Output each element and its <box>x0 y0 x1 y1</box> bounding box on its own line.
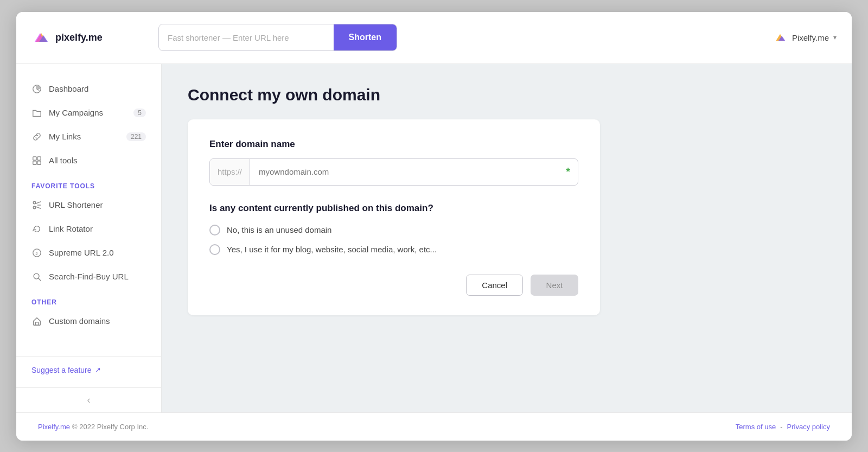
radio-option-used[interactable]: Yes, I use it for my blog, website, soci… <box>209 244 578 255</box>
privacy-link[interactable]: Privacy policy <box>787 423 830 431</box>
topbar: pixelfy.me Fast shortener — Enter URL he… <box>16 12 852 64</box>
radio-unused-circle[interactable] <box>209 225 220 235</box>
sidebar-item-link-rotator-label: Link Rotator <box>49 224 93 233</box>
svg-rect-2 <box>33 161 36 164</box>
footer-right: Terms of use - Privacy policy <box>736 423 830 431</box>
link-icon <box>31 131 42 142</box>
radio-option-unused[interactable]: No, this is an unused domain <box>209 225 578 235</box>
folder-icon <box>31 107 42 118</box>
favorite-tools-section-label: FAVORITE TOOLS <box>16 173 161 193</box>
sidebar-item-supreme-url-label: Supreme URL 2.0 <box>49 248 114 257</box>
sidebar-item-link-rotator[interactable]: Link Rotator <box>16 217 161 241</box>
svg-line-7 <box>35 206 41 208</box>
sidebar-item-campaigns[interactable]: My Campaigns 5 <box>16 101 161 125</box>
url-bar[interactable]: Fast shortener — Enter URL here Shorten <box>158 24 397 51</box>
topbar-logo-icon <box>773 30 788 45</box>
radio-used-label: Yes, I use it for my blog, website, soci… <box>227 245 437 254</box>
footer-left: Pixelfy.me © 2022 Pixelfy Corp Inc. <box>38 423 148 431</box>
grid-icon <box>31 155 42 166</box>
sidebar-item-links-label: My Links <box>49 132 81 141</box>
svg-rect-1 <box>37 156 41 160</box>
logo-area: pixelfy.me <box>31 28 145 47</box>
sidebar-item-supreme-url[interactable]: 2 Supreme URL 2.0 <box>16 241 161 265</box>
svg-rect-0 <box>33 156 36 160</box>
sidebar-item-campaigns-label: My Campaigns <box>49 108 103 117</box>
next-button[interactable]: Next <box>531 275 578 296</box>
shorten-button[interactable]: Shorten <box>334 24 397 51</box>
footer: Pixelfy.me © 2022 Pixelfy Corp Inc. Term… <box>16 412 852 441</box>
external-link-icon: ↗ <box>95 366 101 374</box>
sidebar-item-dashboard-label: Dashboard <box>49 84 88 93</box>
sidebar-bottom: Suggest a feature ↗ <box>16 356 161 387</box>
radio-used-circle[interactable] <box>209 244 220 255</box>
sidebar-item-custom-domains-label: Custom domains <box>49 316 110 326</box>
radio-group: No, this is an unused domain Yes, I use … <box>209 225 578 255</box>
svg-point-4 <box>33 201 36 204</box>
logo-text: pixelfy.me <box>55 32 103 43</box>
domain-prefix-label: https:// <box>210 159 250 185</box>
svg-rect-3 <box>37 161 41 164</box>
sidebar-item-links[interactable]: My Links 221 <box>16 125 161 149</box>
svg-line-6 <box>35 201 41 203</box>
sidebar-item-alltools-label: All tools <box>49 156 78 165</box>
footer-brand-link[interactable]: Pixelfy.me <box>38 423 70 431</box>
search-icon <box>31 271 42 282</box>
domain-input[interactable] <box>250 167 558 176</box>
domain-input-wrapper[interactable]: https:// * <box>209 158 578 186</box>
terms-link[interactable]: Terms of use <box>736 423 776 431</box>
main-layout: Dashboard My Campaigns 5 My Links 221 <box>16 64 852 412</box>
topbar-user-menu[interactable]: Pixelfy.me ▾ <box>773 30 837 45</box>
links-badge: 221 <box>126 132 146 141</box>
sidebar-item-custom-domains[interactable]: Custom domains <box>16 309 161 333</box>
footer-copyright: © 2022 Pixelfy Corp Inc. <box>72 423 148 431</box>
sidebar: Dashboard My Campaigns 5 My Links 221 <box>16 64 162 412</box>
sidebar-item-alltools[interactable]: All tools <box>16 149 161 173</box>
sidebar-item-url-shortener-label: URL Shortener <box>49 200 103 209</box>
campaigns-badge: 5 <box>133 109 146 117</box>
app-window: pixelfy.me Fast shortener — Enter URL he… <box>16 12 852 441</box>
radio-unused-label: No, this is an unused domain <box>227 225 331 234</box>
content-area: Connect my own domain Enter domain name … <box>162 64 852 412</box>
sidebar-item-search-find-buy[interactable]: Search-Find-Buy URL <box>16 265 161 289</box>
rotate-icon <box>31 224 42 234</box>
scissors-icon <box>31 200 42 211</box>
footer-separator: - <box>780 423 782 431</box>
sidebar-item-search-find-buy-label: Search-Find-Buy URL <box>49 272 129 281</box>
home-icon <box>31 316 42 327</box>
svg-text:2: 2 <box>35 251 38 256</box>
number2-icon: 2 <box>31 247 42 258</box>
suggest-feature-label: Suggest a feature <box>31 366 92 374</box>
svg-point-5 <box>33 206 36 209</box>
chevron-left-icon: ‹ <box>87 394 91 406</box>
page-title: Connect my own domain <box>188 86 826 104</box>
card-actions: Cancel Next <box>209 275 578 296</box>
domain-section-title: Enter domain name <box>209 139 578 150</box>
url-placeholder-text: Fast shortener — Enter URL here <box>159 33 334 42</box>
domain-required-marker: * <box>558 165 578 178</box>
chevron-down-icon: ▾ <box>833 34 837 41</box>
other-section-label: OTHER <box>16 289 161 309</box>
pixelfy-logo-icon <box>31 28 51 47</box>
pie-chart-icon <box>31 84 42 94</box>
cancel-button[interactable]: Cancel <box>466 275 523 296</box>
svg-line-12 <box>39 278 41 281</box>
sidebar-item-dashboard[interactable]: Dashboard <box>16 77 161 101</box>
sidebar-item-url-shortener[interactable]: URL Shortener <box>16 193 161 217</box>
connect-domain-card: Enter domain name https:// * Is any cont… <box>188 119 600 315</box>
sidebar-collapse-button[interactable]: ‹ <box>16 387 161 412</box>
published-question-label: Is any content currently published on th… <box>209 203 578 214</box>
svg-rect-13 <box>35 322 38 324</box>
suggest-feature-link[interactable]: Suggest a feature ↗ <box>31 366 146 374</box>
sidebar-nav: Dashboard My Campaigns 5 My Links 221 <box>16 77 161 356</box>
topbar-user-label: Pixelfy.me <box>792 33 829 42</box>
